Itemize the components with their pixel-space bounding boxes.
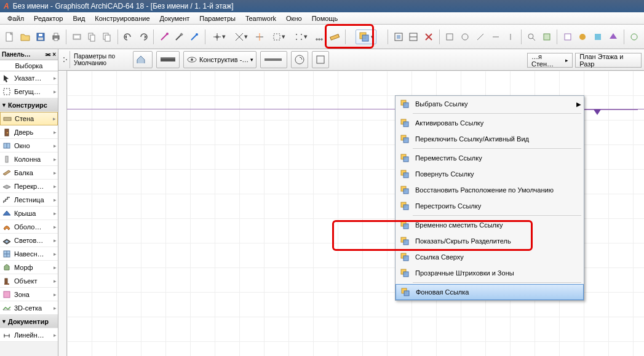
- tb-g2[interactable]: [576, 30, 590, 44]
- menu-item[interactable]: Выбрать Ссылку▶: [396, 96, 584, 112]
- tool-door[interactable]: Дверь▸: [0, 125, 58, 139]
- menu-item[interactable]: Фоновая Ссылка: [396, 284, 584, 300]
- tb-g3[interactable]: [591, 30, 605, 44]
- infobar-profile-button[interactable]: [156, 51, 180, 68]
- infobar-extra-button[interactable]: [312, 51, 329, 68]
- menu-item[interactable]: Переместить Ссылку: [396, 150, 584, 166]
- menu-редактор[interactable]: Редактор: [29, 14, 68, 23]
- menu-item[interactable]: Прозрачные Штриховки и Зоны: [396, 265, 584, 281]
- tool2-button[interactable]: [458, 30, 472, 44]
- menu-item[interactable]: Восстановить Расположение по Умолчанию: [396, 182, 584, 198]
- measure-button[interactable]: [328, 30, 342, 44]
- view-2-button[interactable]: [407, 30, 421, 44]
- tb-end[interactable]: [627, 30, 641, 44]
- menu-item[interactable]: Активировать Ссылку: [396, 115, 584, 131]
- tool-window[interactable]: Окно▸: [0, 139, 58, 152]
- tool-dim[interactable]: Линейн…▸: [0, 328, 58, 342]
- flyout-arrow-icon: ▸: [54, 264, 57, 271]
- tool-column[interactable]: Колонна▸: [0, 152, 58, 166]
- menu-помощь[interactable]: Помощь: [307, 14, 343, 23]
- scale-button[interactable]: [312, 30, 327, 44]
- marquee-icon: [1, 86, 12, 97]
- print-button[interactable]: [49, 30, 63, 44]
- right-btn-1[interactable]: …я Стен…▸: [527, 53, 573, 68]
- eyedropper-button[interactable]: [188, 30, 202, 44]
- extra-button[interactable]: [539, 30, 554, 44]
- tool-marquee[interactable]: Бегущ…▸: [0, 85, 58, 98]
- menu-файл[interactable]: Файл: [2, 14, 29, 23]
- tool-object[interactable]: Объект▸: [0, 274, 58, 288]
- menu-item[interactable]: Показать/Скрыть Разделитель: [396, 233, 584, 249]
- right-btn-2[interactable]: План Этажа и Разр: [575, 53, 642, 68]
- tool-beam[interactable]: Балка▸: [0, 166, 58, 180]
- guide-button[interactable]: ▾: [231, 30, 252, 44]
- svg-rect-8: [74, 36, 79, 38]
- menu-item-icon: [398, 132, 411, 146]
- ref-lines-button[interactable]: ▾: [268, 30, 289, 44]
- tool-curtain[interactable]: Навесн…▸: [0, 247, 58, 261]
- trace-reference-button[interactable]: ▾: [356, 30, 376, 44]
- menu-документ[interactable]: Документ: [155, 14, 195, 23]
- menu-item-icon: [398, 250, 411, 264]
- tool1-button[interactable]: [443, 30, 457, 44]
- syringe-button[interactable]: [172, 30, 186, 44]
- redo-button[interactable]: [136, 30, 150, 44]
- menu-item[interactable]: Повернуть Ссылку: [396, 166, 584, 182]
- pick-button[interactable]: [157, 30, 171, 44]
- page-setup-button[interactable]: [85, 30, 99, 44]
- cross-button[interactable]: [253, 30, 267, 44]
- infobar-grip[interactable]: [62, 51, 70, 68]
- tool-stair[interactable]: Лестница▸: [0, 193, 58, 207]
- svg-rect-85: [403, 173, 408, 178]
- menu-item[interactable]: Ссылка Сверху: [396, 249, 584, 265]
- tool-zone[interactable]: Зона▸: [0, 288, 58, 301]
- tb-g4[interactable]: [606, 30, 621, 44]
- copy-button[interactable]: [100, 30, 114, 44]
- new-file-button[interactable]: [3, 30, 17, 44]
- menu-параметры[interactable]: Параметры: [194, 14, 241, 23]
- infobar-construct-button[interactable]: Конструктив -…▾: [183, 51, 256, 68]
- tool-arrow[interactable]: Указат…▸: [0, 71, 58, 85]
- menu-item[interactable]: Временно сместить Ссылку: [396, 217, 584, 233]
- menu-вид[interactable]: Вид: [68, 14, 90, 23]
- menu-item[interactable]: Переключить Ссылку/Активный Вид: [396, 131, 584, 147]
- tool5-button[interactable]: [504, 30, 518, 44]
- tool-mesh[interactable]: 3D-сетка▸: [0, 301, 58, 315]
- tool-label: Навесн…: [14, 250, 54, 258]
- panel-pin-icon[interactable]: ⫘: [45, 51, 51, 58]
- tool-shell[interactable]: Оболо…▸: [0, 220, 58, 234]
- tool-label: Объект: [14, 277, 54, 285]
- tool-slab[interactable]: Перекр…▸: [0, 180, 58, 193]
- tool-roof[interactable]: Крыша▸: [0, 207, 58, 220]
- view-1-button[interactable]: [391, 30, 405, 44]
- tool-wall[interactable]: Стена▸: [0, 112, 58, 125]
- infobar-geo-button[interactable]: [260, 51, 287, 68]
- menu-окно[interactable]: Окно: [281, 14, 307, 23]
- menu-конструирование[interactable]: Конструирование: [90, 14, 154, 23]
- panel-header[interactable]: Панель… ⫘ ×: [0, 49, 58, 60]
- plot-button[interactable]: [70, 30, 84, 44]
- infobar-settings-button[interactable]: [133, 51, 153, 68]
- tb-g1[interactable]: [560, 30, 574, 44]
- menu-teamwork[interactable]: Teamwork: [241, 14, 281, 23]
- tool3-button[interactable]: [473, 30, 487, 44]
- menu-item-label: Активировать Ссылку: [415, 119, 483, 127]
- svg-rect-5: [54, 33, 58, 36]
- menu-item-label: Перестроить Ссылку: [415, 202, 481, 210]
- menu-item[interactable]: Перестроить Ссылку: [396, 198, 584, 214]
- infobar-offset-button[interactable]: [291, 51, 308, 68]
- panel-close-icon[interactable]: ×: [52, 51, 56, 58]
- undo-button[interactable]: [121, 30, 135, 44]
- find-button[interactable]: [525, 30, 539, 44]
- tool-label: Перекр…: [14, 183, 54, 190]
- flyout-arrow-icon: ▸: [54, 291, 57, 298]
- open-file-button[interactable]: [18, 30, 33, 44]
- tool-morph[interactable]: Морф▸: [0, 261, 58, 274]
- grid-snap-button[interactable]: ▾: [290, 30, 311, 44]
- snap-button[interactable]: ▾: [209, 30, 229, 44]
- save-button[interactable]: [34, 30, 48, 44]
- x-delete-button[interactable]: [422, 30, 436, 44]
- tool4-button[interactable]: [488, 30, 503, 44]
- svg-point-30: [301, 39, 302, 40]
- tool-skylight[interactable]: Светов…▸: [0, 234, 58, 247]
